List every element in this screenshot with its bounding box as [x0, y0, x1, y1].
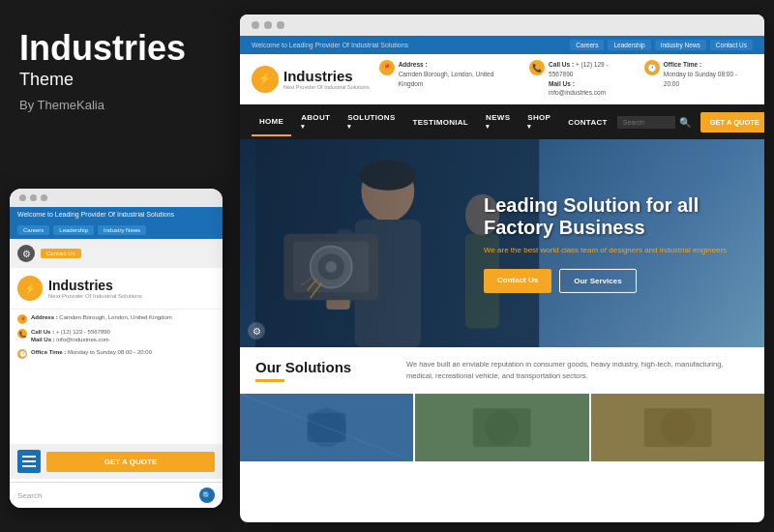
- hamburger-line-3: [22, 465, 36, 467]
- desktop-topbar-buttons: Careers Leadership Industry News Contact…: [570, 40, 753, 50]
- solutions-img-3: [591, 394, 764, 461]
- desktop-mail-value: info@industries.com: [549, 89, 606, 96]
- desktop-dot-2: [264, 21, 272, 29]
- mobile-gear-icon[interactable]: ⚙: [17, 245, 35, 262]
- mobile-quote-button[interactable]: GET A QUOTE: [46, 452, 215, 472]
- desktop-topbar-contact[interactable]: Contact Us: [710, 40, 753, 50]
- mobile-logo-row: ⚡ Industries Next Provider Of Industrial…: [17, 276, 215, 301]
- hero-title: Leading Solution for all Factory Busines…: [484, 193, 745, 238]
- desktop-solutions: Our Solutions We have built an enviable …: [240, 347, 764, 394]
- desktop-header-info: 📍 Address : Camden Borough, London, Unit…: [379, 60, 753, 98]
- hamburger-line-2: [22, 460, 36, 462]
- mobile-call-row: 📞 Call Us : + (12) 123 - 5567890 Mail Us…: [17, 328, 215, 344]
- hero-content: Leading Solution for all Factory Busines…: [484, 193, 745, 292]
- desktop-header: ⚡ Industries Next Provider Of Industrial…: [240, 54, 764, 104]
- nav-item-contact[interactable]: CONTACT: [560, 109, 615, 135]
- desktop-dot-1: [252, 21, 259, 29]
- mobile-search-icon[interactable]: 🔍: [199, 488, 215, 503]
- mobile-address-icon: 📍: [17, 314, 27, 324]
- solutions-img-3-svg: [591, 394, 764, 461]
- svg-rect-25: [643, 408, 711, 447]
- mobile-mockup: Welcome to Leading Provider Of Industria…: [10, 189, 223, 508]
- hamburger-line-1: [22, 456, 36, 458]
- mobile-bottom-bar: GET A QUOTE: [10, 444, 223, 479]
- nav-item-about[interactable]: ABOUT: [293, 104, 338, 139]
- mobile-office-icon: 🕐: [17, 349, 27, 359]
- desktop-topbar-text: Welcome to Leading Provider Of Industria…: [252, 42, 408, 48]
- nav-item-shop[interactable]: SHOP: [520, 104, 558, 139]
- desktop-topbar-industry[interactable]: Industry News: [655, 40, 706, 50]
- desktop-mockup: Welcome to Leading Provider Of Industria…: [240, 15, 764, 522]
- desktop-call-block: 📞 Call Us : + (12) 129 - 5567890 Mail Us…: [529, 60, 633, 98]
- desktop-address-value: Camden Borough, London, United Kingdom: [399, 71, 494, 87]
- solutions-underline: [255, 379, 284, 382]
- mobile-address-label: Address :: [31, 314, 58, 320]
- solutions-img-1-svg: [240, 394, 413, 461]
- desktop-search-icon[interactable]: 🔍: [679, 117, 691, 128]
- mobile-nav-industry[interactable]: Industry News: [98, 225, 146, 235]
- mobile-search-bar: Search 🔍: [10, 482, 223, 508]
- solutions-images-row: [240, 394, 764, 461]
- mobile-logo-section: ⚡ Industries Next Provider Of Industrial…: [10, 268, 223, 309]
- nav-item-home[interactable]: HOME: [252, 108, 291, 136]
- desktop-hero: Leading Solution for all Factory Busines…: [240, 139, 764, 347]
- mobile-info-section: 📍 Address : Camden Borough, London, Unit…: [10, 309, 223, 367]
- desktop-office-content: Office Time : Monday to Sunday 08:00 - 2…: [664, 60, 753, 88]
- mobile-mail-label: Mail Us :: [31, 337, 55, 342]
- mobile-call-icon: 📞: [17, 329, 27, 339]
- hero-contact-button[interactable]: Contact Us: [484, 269, 551, 293]
- hero-services-button[interactable]: Our Services: [559, 269, 636, 293]
- by-author: By ThemeKalia: [19, 98, 213, 112]
- solutions-left: Our Solutions: [255, 359, 391, 382]
- desktop-nav: HOME ABOUT SOLUTIONS TESTIMONIAL NEWS SH…: [240, 104, 764, 139]
- desktop-dot-3: [277, 21, 284, 29]
- desktop-logo-text-group: Industries Next Provider Of Industrial S…: [283, 68, 370, 90]
- mobile-call-label: Call Us :: [31, 329, 54, 335]
- mobile-nav-careers[interactable]: Careers: [17, 225, 49, 235]
- nav-item-solutions[interactable]: SOLUTIONS: [340, 104, 402, 139]
- desktop-office-block: 🕐 Office Time : Monday to Sunday 08:00 -…: [644, 60, 753, 98]
- mobile-nav-leadership[interactable]: Leadership: [53, 225, 94, 235]
- desktop-office-icon: 🕐: [644, 60, 660, 75]
- mobile-address-value: Camden Borough, London, United Kingdom: [59, 314, 171, 320]
- desktop-topbar: Welcome to Leading Provider Of Industria…: [240, 36, 764, 54]
- mobile-dot-2: [30, 194, 37, 201]
- hero-gear-icon[interactable]: ⚙: [248, 322, 265, 340]
- desktop-address-icon: 📍: [379, 60, 395, 75]
- desktop-address-block: 📍 Address : Camden Borough, London, Unit…: [379, 60, 518, 98]
- mobile-call-value: + (12) 123 - 5567890: [56, 329, 110, 335]
- nav-item-testimonial[interactable]: TESTIMONIAL: [405, 109, 477, 135]
- solutions-description: We have built an enviable reputation in …: [406, 359, 749, 382]
- desktop-topbar-careers[interactable]: Careers: [570, 40, 604, 50]
- desktop-window-controls: [240, 15, 764, 36]
- mobile-topbar: Welcome to Leading Provider Of Industria…: [10, 207, 223, 222]
- desktop-office-label: Office Time :: [664, 61, 701, 68]
- solutions-img-2-svg: [415, 394, 588, 461]
- desktop-mail-label: Mail Us :: [549, 80, 575, 87]
- desktop-search-input[interactable]: [617, 116, 675, 129]
- theme-subtitle: Theme: [19, 70, 213, 90]
- desktop-nav-search: 🔍: [617, 116, 691, 129]
- mobile-topbar-text: Welcome to Leading Provider Of Industria…: [17, 211, 174, 218]
- hero-buttons: Contact Us Our Services: [484, 269, 745, 293]
- mobile-hamburger-icon[interactable]: [17, 450, 41, 473]
- desktop-address-content: Address : Camden Borough, London, United…: [399, 60, 518, 88]
- svg-rect-22: [473, 408, 531, 447]
- mobile-contact-btn[interactable]: Contact Us: [41, 249, 81, 258]
- mobile-dot-1: [19, 194, 26, 201]
- solutions-img-2: [415, 394, 590, 461]
- mobile-window-controls: [10, 189, 223, 207]
- solutions-img-1: [240, 394, 415, 461]
- mobile-mail-value: info@industries.com: [56, 337, 108, 342]
- theme-title: Industries: [19, 29, 213, 68]
- mobile-gear-row: ⚙ Contact Us: [10, 239, 223, 268]
- desktop-topbar-leadership[interactable]: Leadership: [608, 40, 650, 50]
- mobile-office-value: Monday to Sunday 08:00 - 20:00: [68, 349, 152, 355]
- desktop-call-icon: 📞: [529, 60, 545, 75]
- desktop-quote-button[interactable]: GET A QUOTE: [700, 112, 764, 133]
- nav-item-news[interactable]: NEWS: [478, 104, 518, 139]
- desktop-call-label: Call Us :: [549, 61, 574, 68]
- mobile-address-row: 📍 Address : Camden Borough, London, Unit…: [17, 313, 215, 324]
- hero-subtitle: We are the best world class team of desi…: [484, 244, 745, 254]
- solutions-title: Our Solutions: [255, 359, 391, 375]
